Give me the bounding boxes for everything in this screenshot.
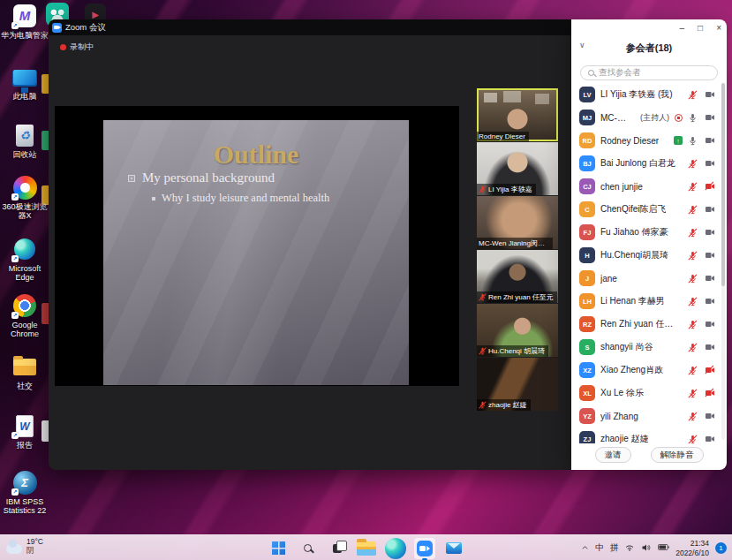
desktop-icon-label: 报告 [17, 441, 33, 450]
chevron-down-icon[interactable]: ∨ [579, 41, 585, 49]
host-label: (主持人) [640, 112, 669, 124]
camera-status-icon [705, 319, 715, 329]
participant-name: zhaojie 赵婕 [600, 433, 648, 443]
video-thumbnail[interactable]: MC-Wen Jianing闵嘉宁 [477, 196, 558, 249]
participant-row[interactable]: RZ Ren Zhi yuan 任至元 [571, 313, 721, 336]
taskbar-app-icon[interactable] [356, 538, 377, 559]
desktop-icon-label: 社交 [17, 382, 33, 390]
search-input[interactable]: 查找参会者 [580, 65, 718, 80]
participant-name: Fu Jiahao 傅家豪 [600, 226, 668, 238]
participant-name: chen junjie [600, 182, 643, 192]
avatar: S [579, 339, 595, 355]
desktop-icon[interactable]: 华为电脑管家 [1, 3, 49, 40]
participant-row[interactable]: LH Li Henan 李赫男 [571, 290, 721, 313]
participant-name: Li Henan 李赫男 [600, 295, 665, 307]
taskbar-app-icon[interactable] [443, 538, 464, 559]
desktop-icon-label: 360极速浏览器X [1, 202, 49, 221]
desktop-icon-label: Microsoft Edge [1, 264, 49, 283]
mic-status-icon [688, 136, 698, 146]
desktop-app-icon [11, 412, 38, 439]
participant-row[interactable]: J jane [571, 267, 721, 290]
participant-row[interactable]: BJ Bai Junlong 白君龙 [571, 152, 721, 175]
camera-status-icon [705, 273, 715, 284]
participant-row[interactable]: ZJ zhaojie 赵婕 [571, 428, 721, 443]
desktop-icon[interactable]: Microsoft Edge [1, 236, 49, 283]
participant-name: LI Yijia 李轶嘉 [488, 185, 532, 194]
thumbnail-name-label: zhaojie 赵婕 [477, 399, 531, 411]
thumbnail-name-label: Ren Zhi yuan 任至元 [477, 291, 557, 303]
participants-panel: – □ × ∨ 参会者(18) 查找参会者 LV LI Yijia 李轶嘉 (我… [571, 19, 727, 470]
participant-row[interactable]: C ChenQifei陈启飞 [571, 198, 721, 221]
participant-row[interactable]: S shangyii 尚谷 [571, 336, 721, 359]
desktop-icon[interactable]: 360极速浏览器X [1, 174, 49, 221]
avatar: ZJ [579, 431, 595, 443]
participant-name: MC-Wen Jianing闵嘉宁 [479, 238, 549, 248]
video-thumbnail[interactable]: Hu.Chenqi 胡晨琦 [477, 304, 558, 357]
participant-row[interactable]: XZ Xiao Zheng肖政 [571, 359, 721, 382]
clock[interactable]: 21:34 2022/6/10 [675, 539, 709, 556]
participant-row[interactable]: MJ MC-Wen Jianing... (主持人) [571, 106, 721, 129]
desktop-app-icon [11, 292, 38, 319]
avatar: C [579, 201, 595, 217]
mic-status-icon [688, 274, 698, 284]
minimize-button[interactable]: – [680, 19, 685, 37]
desktop-app-icon [11, 122, 38, 148]
unmute-all-button[interactable]: 解除静音 [651, 447, 704, 463]
taskbar-app-icon[interactable] [414, 538, 435, 559]
participant-name: Rodney Dieser [479, 132, 525, 140]
participant-row[interactable]: XL Xu Le 徐乐 [571, 382, 721, 405]
ime-language-indicator[interactable]: 中 [595, 542, 604, 554]
ime-mode-indicator[interactable]: 拼 [610, 542, 619, 554]
notification-badge[interactable]: 1 [715, 542, 727, 554]
scrollbar-thumb[interactable] [721, 83, 725, 286]
slide-title: Outline [103, 140, 409, 170]
battery-icon[interactable] [658, 543, 669, 553]
mic-status-icon [688, 412, 698, 421]
participant-row[interactable]: YZ yili Zhang [571, 405, 721, 428]
video-thumbnail[interactable]: LI Yijia 李轶嘉 [477, 142, 558, 195]
volume-icon[interactable] [641, 543, 652, 554]
slide-bullet-text: My personal background [142, 170, 275, 185]
participant-name: shangyii 尚谷 [600, 341, 653, 353]
zoom-window-titlebar[interactable]: Zoom 会议 [49, 19, 571, 35]
wifi-icon[interactable] [624, 543, 635, 554]
camera-status-icon [705, 365, 715, 375]
desktop-icon[interactable]: IBM SPSS Statistics 22 [1, 469, 49, 516]
desktop-app-icon [11, 353, 38, 380]
scrollbar[interactable] [721, 83, 725, 440]
taskbar-app-icon[interactable] [268, 538, 290, 559]
desktop-app-icon [11, 64, 38, 90]
video-thumbnail[interactable]: Ren Zhi yuan 任至元 [477, 250, 558, 303]
participant-row[interactable]: CJ chen junjie [571, 175, 721, 198]
video-thumbnail[interactable]: zhaojie 赵婕 [477, 358, 558, 411]
taskbar-app-icon[interactable] [327, 538, 348, 559]
hidden-icons-chevron-icon[interactable] [581, 543, 589, 553]
thumbnail-name-label: MC-Wen Jianing闵嘉宁 [477, 238, 553, 249]
desktop-icon[interactable]: 报告 [1, 412, 49, 450]
participant-name: yili Zhang [600, 412, 638, 421]
tray-time: 21:34 [690, 539, 709, 548]
participant-row[interactable]: RD Rodney Dieser [571, 129, 721, 152]
video-thumbnail[interactable]: Rodney Dieser [477, 88, 558, 141]
participant-row[interactable]: LV LI Yijia 李轶嘉 (我) [571, 83, 721, 106]
avatar: XL [579, 385, 595, 401]
avatar: YZ [579, 408, 595, 424]
desktop-app-icon [11, 3, 38, 29]
close-button[interactable]: × [716, 19, 721, 37]
avatar: RZ [579, 316, 595, 332]
desktop-icon[interactable]: Google Chrome [1, 292, 49, 339]
participant-name: ChenQifei陈启飞 [600, 203, 666, 216]
panel-titlebar[interactable]: – □ × [680, 19, 721, 37]
recording-indicator[interactable]: 录制中 [60, 42, 94, 53]
desktop-icon[interactable]: 回收站 [1, 122, 49, 159]
participant-row[interactable]: H Hu.Chenqi胡晨琦 [571, 244, 721, 267]
desktop-icon-label: Google Chrome [1, 321, 49, 339]
desktop-icon[interactable]: 社交 [1, 353, 49, 390]
desktop-icon[interactable]: 此电脑 [1, 64, 49, 101]
avatar: BJ [579, 155, 595, 171]
maximize-button[interactable]: □ [698, 19, 703, 37]
invite-button[interactable]: 邀请 [595, 447, 631, 463]
participant-row[interactable]: FJ Fu Jiahao 傅家豪 [571, 221, 721, 244]
taskbar-app-icon[interactable] [385, 538, 406, 559]
taskbar-app-icon[interactable] [298, 538, 319, 559]
